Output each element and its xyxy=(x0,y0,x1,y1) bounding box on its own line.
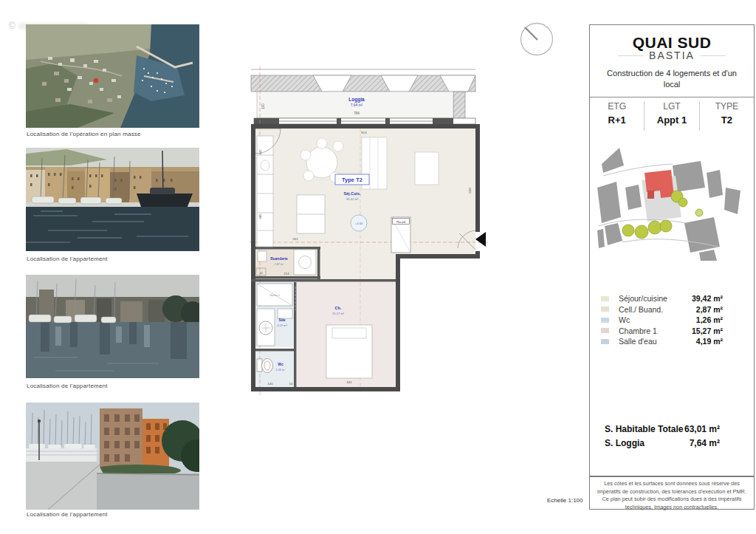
floor-plan: Loggia 7,64 m² 764 100 xyxy=(250,65,493,397)
loggia-room: Loggia 7,64 m² 764 100 xyxy=(257,92,453,118)
header-divider xyxy=(590,97,754,97)
legend-row: Séjour/cuisine 39,42 m² xyxy=(590,293,754,304)
legend-swatch xyxy=(601,307,609,312)
project-city-row: BASTIA xyxy=(590,49,754,61)
aerial-photo-art xyxy=(26,24,199,128)
project-city: BASTIA xyxy=(649,49,695,61)
harbor-photo-2 xyxy=(26,275,199,378)
svg-text:+4.50: +4.50 xyxy=(355,222,363,225)
svg-text:1,26 m²: 1,26 m² xyxy=(276,369,286,372)
map-marker-icon xyxy=(94,78,98,83)
legend-swatch xyxy=(601,339,609,344)
meta-value: R+1 xyxy=(590,114,644,126)
svg-text:214: 214 xyxy=(284,272,289,275)
aerial-photo xyxy=(26,24,199,128)
legend-swatch xyxy=(601,328,609,333)
copyright-icon: © xyxy=(9,21,16,31)
photo-caption: Localisation de l'appartement xyxy=(27,511,108,518)
photo-caption: Localisation de l'opération en plan mass… xyxy=(27,131,141,137)
street-photo xyxy=(26,403,199,510)
meta-value: Appt 1 xyxy=(645,114,698,126)
meta-row: ETG R+1 LGT Appt 1 TYPE T2 xyxy=(590,101,754,131)
legend-swatch xyxy=(601,318,609,323)
svg-text:Séj.Cuis.: Séj.Cuis. xyxy=(343,191,361,196)
divider-line xyxy=(618,55,643,56)
legend-row: Wc 1,26 m² xyxy=(590,315,754,326)
meta-label: ETG xyxy=(590,101,644,112)
project-description: Construction de 4 logements et d'un loca… xyxy=(602,68,742,90)
window-wall xyxy=(254,118,475,124)
photo-caption: Localisation de l'appartement xyxy=(27,383,108,389)
svg-text:764: 764 xyxy=(354,112,360,115)
svg-text:Sde: Sde xyxy=(278,318,285,322)
svg-text:147: 147 xyxy=(258,149,262,155)
meta-label: TYPE xyxy=(700,101,754,112)
svg-text:385: 385 xyxy=(258,213,262,219)
svg-text:Buanderie: Buanderie xyxy=(270,257,288,261)
meta-value: T2 xyxy=(700,114,754,126)
total-row: S. Loggia 7,64 m² xyxy=(590,436,754,450)
svg-text:39,42 m²: 39,42 m² xyxy=(346,197,359,201)
placard-closet: Placard xyxy=(391,217,410,253)
harbor-photo-1 xyxy=(26,148,199,251)
area-legend: Séjour/cuisine 39,42 m² Cell./ Buand. 2,… xyxy=(590,293,754,347)
meta-type: TYPE T2 xyxy=(700,101,754,131)
svg-text:140: 140 xyxy=(267,382,273,386)
photo-caption: Localisation de l'appartement xyxy=(27,256,108,262)
svg-text:Loggia: Loggia xyxy=(348,97,365,103)
svg-text:7,64 m²: 7,64 m² xyxy=(351,103,363,107)
svg-text:Wc: Wc xyxy=(278,362,284,366)
harbor-photo-1-art xyxy=(26,148,199,251)
entry-arrow-icon xyxy=(475,232,486,247)
total-row: S. Habitable Totale 63,01 m² xyxy=(590,422,754,436)
harbor-photo-2-art xyxy=(26,275,199,378)
north-compass-icon xyxy=(515,19,558,59)
legend-row: Salle d'eau 4,19 m² xyxy=(590,336,754,347)
plan-sheet: © xyxy=(0,0,756,534)
svg-text:Placard: Placard xyxy=(396,221,405,224)
meta-label: LGT xyxy=(645,101,698,112)
gaines-closet: Gaines 1 xyxy=(257,284,292,306)
street-photo-art xyxy=(26,403,199,510)
disclaimer: Les côtes et les surfaces sont données s… xyxy=(589,476,755,510)
svg-text:Gaines 1: Gaines 1 xyxy=(269,294,280,297)
svg-text:40: 40 xyxy=(260,272,263,275)
svg-text:2,87 m²: 2,87 m² xyxy=(275,263,285,266)
meta-etg: ETG R+1 xyxy=(590,101,644,131)
svg-text:658: 658 xyxy=(468,188,472,194)
info-panel: QUAI SUD BASTIA Construction de 4 logeme… xyxy=(589,24,755,476)
svg-text:261: 261 xyxy=(292,237,298,241)
svg-text:Type T2: Type T2 xyxy=(342,177,362,183)
legend-row: Chambre 1 15,27 m² xyxy=(590,326,754,337)
scale-label: Echelle 1:100 xyxy=(547,497,583,504)
svg-text:4,19 m²: 4,19 m² xyxy=(277,324,287,327)
svg-text:10: 10 xyxy=(289,382,293,386)
site-map xyxy=(596,143,748,261)
svg-text:341: 341 xyxy=(346,380,352,384)
svg-text:15,27 m²: 15,27 m² xyxy=(332,312,344,315)
divider-line xyxy=(701,55,726,56)
legend-swatch xyxy=(601,296,609,301)
svg-text:Ch.: Ch. xyxy=(335,306,342,310)
totals: S. Habitable Totale 63,01 m² S. Loggia 7… xyxy=(590,422,754,450)
svg-text:813: 813 xyxy=(361,131,367,134)
svg-text:100: 100 xyxy=(261,103,265,109)
legend-row: Cell./ Buand. 2,87 m² xyxy=(590,304,754,315)
meta-lgt: LGT Appt 1 xyxy=(645,101,698,131)
